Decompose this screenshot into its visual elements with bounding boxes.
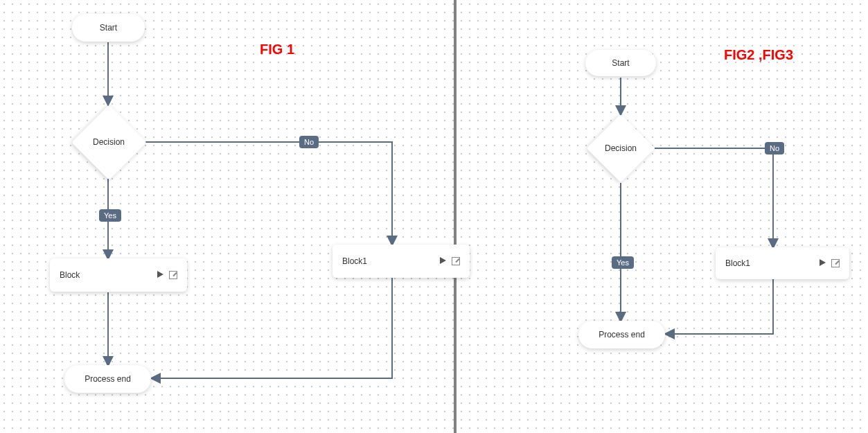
block1-label: Block1 [725,258,750,268]
block-label: Block [60,270,80,280]
start-label: Start [612,58,629,68]
fig2-yes-badge: Yes [612,256,634,269]
block1-label: Block1 [342,256,367,266]
end-label: Process end [85,374,131,384]
play-icon[interactable] [440,257,446,264]
edit-icon[interactable] [831,259,840,267]
vertical-divider [454,0,457,433]
decision-label: Decision [93,137,125,147]
fig1-end-node[interactable]: Process end [64,365,151,393]
play-icon[interactable] [820,259,826,266]
fig1-no-badge: No [299,136,319,148]
fig2-no-badge: No [765,142,784,154]
fig2-block1-node[interactable]: Block1 [716,247,849,279]
play-icon[interactable] [157,271,163,278]
fig2-start-node[interactable]: Start [585,50,656,76]
decision-label: Decision [605,143,637,153]
edit-icon[interactable] [452,257,460,265]
edit-icon[interactable] [169,271,177,279]
fig1-decision-node[interactable]: Decision [71,104,147,180]
fig1-title: FIG 1 [260,42,294,58]
start-label: Start [100,23,117,33]
end-label: Process end [599,330,645,339]
fig1-block-node[interactable]: Block [50,258,187,292]
fig1-block1-node[interactable]: Block1 [333,245,470,278]
canvas: FIG 1 FIG2 ,FIG3 Start Decision Yes No B… [0,0,868,433]
fig1-start-node[interactable]: Start [72,14,145,42]
fig2-end-node[interactable]: Process end [578,321,665,348]
fig1-yes-badge: Yes [99,209,121,222]
fig2-decision-node[interactable]: Decision [586,114,655,183]
fig2-title: FIG2 ,FIG3 [724,47,793,63]
